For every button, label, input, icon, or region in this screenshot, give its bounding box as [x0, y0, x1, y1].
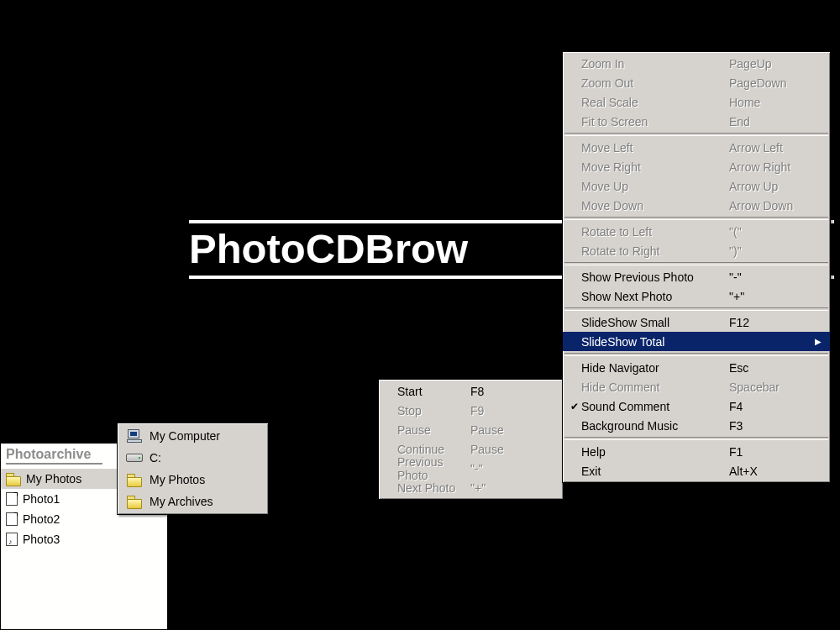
menu-item: Move LeftArrow Left	[563, 138, 830, 157]
menu-item-label: Show Previous Photo	[581, 270, 721, 284]
menu-item-accel: Arrow Left	[721, 141, 813, 155]
menu-item[interactable]: Show Previous Photo"-"	[563, 267, 830, 286]
navigator-title: Photoarchive	[6, 447, 102, 465]
menu-item: Fit to ScreenEnd	[563, 112, 830, 131]
dropdown-item[interactable]: My Computer	[119, 425, 266, 447]
app-title: PhotoCDBrow	[189, 228, 468, 270]
folder-icon	[127, 496, 142, 507]
menu-item-label: Pause	[397, 423, 462, 437]
slideshow-submenu: StartF8StopF9PausePauseContinuePausePrev…	[378, 379, 564, 500]
menu-item-label: Stop	[397, 404, 462, 417]
menu-separator	[564, 262, 828, 265]
menu-item[interactable]: Show Next Photo"+"	[563, 286, 830, 306]
nav-item-label: My Photos	[26, 472, 81, 486]
drive-icon	[126, 454, 143, 462]
menu-item-accel: F4	[721, 400, 813, 413]
nav-item-label: Photo2	[23, 512, 60, 526]
menu-item: Move RightArrow Right	[563, 157, 830, 176]
menu-item: Zoom OutPageDown	[563, 73, 830, 92]
menu-item: Move UpArrow Up	[563, 176, 830, 196]
dropdown-item-label: My Computer	[150, 429, 220, 443]
menu-item-accel: F9	[462, 404, 554, 417]
menu-item-label: Next Photo	[397, 481, 462, 495]
menu-item-accel: Arrow Down	[721, 199, 813, 213]
menu-item[interactable]: ✔Sound CommentF4	[563, 396, 830, 416]
menu-item-label: Help	[581, 445, 721, 459]
menu-item[interactable]: ExitAlt+X	[563, 461, 830, 480]
location-dropdown[interactable]: My ComputerC:My PhotosMy Archives	[117, 423, 269, 515]
menu-item[interactable]: HelpF1	[563, 442, 830, 461]
menu-item-accel: "-"	[462, 462, 554, 475]
menu-item-accel: Pause	[462, 443, 554, 456]
menu-item-label: Hide Comment	[581, 381, 721, 394]
menu-item: Move DownArrow Down	[563, 196, 830, 215]
menu-item-label: Move Down	[581, 199, 721, 213]
dropdown-item[interactable]: My Archives	[119, 491, 266, 512]
menu-item-accel: Alt+X	[721, 465, 813, 478]
menu-item-label: Move Up	[581, 180, 721, 193]
menu-item-label: Exit	[581, 465, 721, 478]
menu-item-accel: "("	[721, 225, 813, 239]
menu-separator	[564, 133, 828, 136]
nav-item-label: Photo1	[23, 492, 60, 506]
menu-item-label: Continue	[397, 443, 462, 456]
menu-item-label: Zoom Out	[581, 76, 721, 90]
menu-item-label: Hide Navigator	[581, 361, 721, 375]
menu-item-label: Move Left	[581, 141, 721, 155]
page-icon	[6, 512, 18, 526]
menu-separator	[564, 437, 828, 440]
menu-item-label: Move Right	[581, 160, 721, 174]
nav-item-label: Photo3	[23, 533, 60, 546]
dropdown-item[interactable]: My Photos	[119, 469, 266, 491]
dropdown-item[interactable]: C:	[119, 447, 266, 469]
menu-item: Zoom InPageUp	[563, 54, 830, 73]
menu-separator	[564, 307, 828, 311]
check-icon: ✔	[568, 401, 581, 412]
menu-item[interactable]: SlideShow SmallF12	[563, 312, 830, 332]
menu-item[interactable]: Background MusicF3	[563, 416, 830, 435]
dropdown-item-label: C:	[150, 451, 161, 465]
menu-item[interactable]: SlideShow Total▶	[563, 332, 830, 351]
menu-item: Rotate to Left"("	[563, 222, 830, 241]
menu-item[interactable]: StartF8	[379, 381, 563, 401]
menu-item-accel: Pause	[462, 423, 554, 437]
menu-item-accel: Arrow Right	[721, 160, 813, 174]
audio-page-icon	[6, 533, 18, 546]
menu-item[interactable]: Hide NavigatorEsc	[563, 358, 830, 377]
menu-item-accel: F3	[721, 419, 813, 433]
menu-item-label: Sound Comment	[581, 400, 721, 413]
menu-item-accel: Arrow Up	[721, 180, 813, 193]
menu-item-label: Background Music	[581, 419, 721, 433]
folder-icon	[127, 474, 142, 486]
menu-item-accel: ")"	[721, 244, 813, 258]
menu-item-label: Start	[397, 385, 462, 398]
page-icon	[6, 492, 18, 506]
menu-item-accel: End	[721, 115, 813, 129]
menu-item-accel: Esc	[721, 361, 813, 375]
menu-item-label: Rotate to Right	[581, 244, 721, 258]
menu-item: Next Photo"+"	[379, 478, 563, 497]
menu-item-accel: PageDown	[721, 76, 813, 90]
menu-item: Rotate to Right")"	[563, 241, 830, 260]
menu-item: Hide CommentSpacebar	[563, 377, 830, 396]
dropdown-item-label: My Photos	[150, 473, 205, 486]
dropdown-item-label: My Archives	[150, 495, 213, 508]
menu-separator	[564, 217, 828, 220]
menu-item-label: SlideShow Total	[581, 335, 721, 349]
menu-item: PausePause	[379, 420, 563, 439]
submenu-arrow-icon: ▶	[813, 337, 822, 346]
menu-item: Real ScaleHome	[563, 92, 830, 112]
menu-item-accel: Spacebar	[721, 381, 813, 394]
menu-item-label: Zoom In	[581, 57, 721, 71]
folder-icon	[6, 473, 21, 485]
menu-item-label: Rotate to Left	[581, 225, 721, 239]
menu-item-label: Real Scale	[581, 96, 721, 109]
menu-item-label: Fit to Screen	[581, 115, 721, 129]
menu-separator	[564, 353, 828, 356]
nav-item[interactable]: Photo3	[1, 529, 167, 549]
menu-item-accel: PageUp	[721, 57, 813, 71]
menu-item: StopF9	[379, 401, 563, 420]
context-menu: Zoom InPageUpZoom OutPageDownReal ScaleH…	[562, 51, 831, 483]
menu-item: Previous Photo"-"	[379, 459, 563, 478]
menu-item-accel: Home	[721, 96, 813, 109]
